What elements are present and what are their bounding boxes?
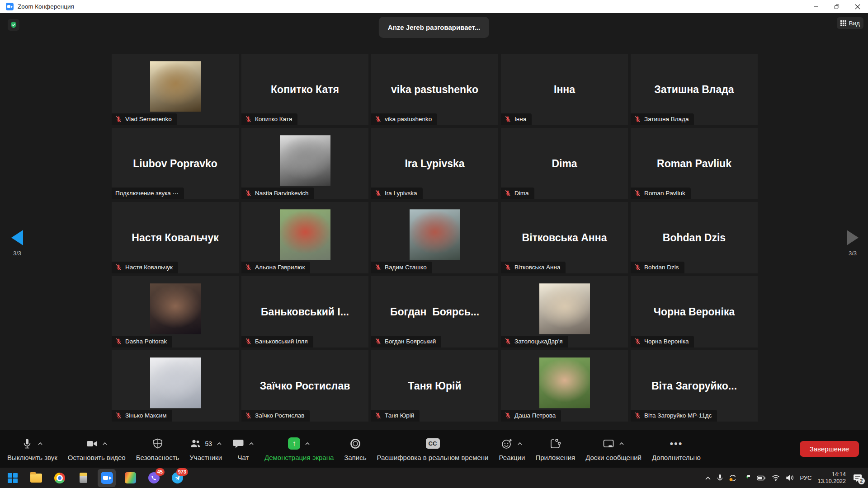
view-button[interactable]: Вид: [837, 17, 863, 29]
taskbar-clock[interactable]: 14:14 13.10.2022: [817, 471, 846, 485]
chevron-up-icon[interactable]: [38, 442, 43, 446]
maximize-restore-button[interactable]: [826, 0, 847, 13]
participant-tile[interactable]: Заїчко Ростислав Заїчко Ростислав: [241, 350, 368, 422]
record-button[interactable]: Запись: [344, 437, 366, 461]
participant-tile[interactable]: Віта Загоруйко... Віта Загоруйко МР-11дс: [631, 350, 758, 422]
apps-icon: [549, 438, 561, 450]
outdoor-photo-red-top: [280, 209, 330, 260]
previous-page-control[interactable]: 3/3: [4, 230, 31, 257]
participant-tile[interactable]: Roman Pavliuk Roman Pavliuk: [631, 128, 758, 199]
participant-tile[interactable]: Альона Гаврилюк: [241, 202, 368, 273]
file-explorer-taskbar-icon[interactable]: [27, 469, 45, 487]
mic-muted-icon: [245, 190, 252, 197]
notification-count-badge: 2: [858, 478, 865, 484]
apps-button[interactable]: Приложения: [535, 437, 575, 461]
participant-tile[interactable]: Dima Dima: [501, 128, 628, 199]
participant-tile[interactable]: ЗатолоцькаДар'я: [501, 276, 628, 347]
participant-tile[interactable]: Liubov Popravko Подключение звука ···: [112, 128, 239, 199]
chat-button[interactable]: Чат: [232, 437, 254, 461]
reactions-button[interactable]: Реакции: [499, 437, 525, 461]
participant-name-tag: Nastia Barvinkevich: [241, 188, 314, 199]
participant-tile[interactable]: Vlad Semenenko: [112, 54, 239, 125]
app-taskbar-icon-glass[interactable]: [74, 469, 92, 487]
participant-name-tag: Віта Загоруйко МР-11дс: [631, 410, 717, 422]
participant-tile[interactable]: Ira Lypivska Ira Lypivska: [371, 128, 498, 199]
chevron-up-icon[interactable]: [102, 442, 108, 446]
tray-battery-icon[interactable]: [757, 475, 766, 481]
tray-chevron-up-icon[interactable]: [705, 476, 711, 480]
cartoon-illustration: [539, 283, 590, 334]
participant-tile[interactable]: Баньковський І... Баньковський Ілля: [241, 276, 368, 347]
participant-tile[interactable]: Dasha Poltorak: [112, 276, 239, 347]
more-icon: •••: [670, 438, 683, 450]
tray-sync-icon[interactable]: [729, 474, 737, 482]
participant-name-tag: Інна: [501, 113, 532, 125]
participant-name-tag: Vlad Semenenko: [112, 113, 177, 125]
next-page-arrow-icon[interactable]: [847, 230, 859, 245]
cc-icon: CC: [426, 438, 440, 449]
reactions-icon: [501, 438, 513, 450]
camera-icon: [86, 438, 98, 450]
mic-muted-icon: [505, 116, 511, 122]
live-transcript-button[interactable]: CC Расшифровка в реальном времени: [377, 437, 489, 461]
chevron-up-icon[interactable]: [249, 442, 254, 446]
participant-tile[interactable]: Даша Петрова: [501, 350, 628, 422]
chevron-up-icon[interactable]: [217, 442, 222, 446]
telegram-taskbar-icon[interactable]: 973: [168, 469, 186, 487]
mic-muted-icon: [115, 412, 122, 419]
security-button[interactable]: Безопасность: [136, 437, 179, 461]
participant-name-tag-text: Копитко Катя: [255, 116, 292, 122]
participants-icon: [189, 438, 201, 450]
colorful-app-icon: [125, 472, 136, 483]
chrome-taskbar-icon[interactable]: [51, 469, 69, 487]
start-button[interactable]: [4, 469, 22, 487]
minimize-button[interactable]: [806, 0, 826, 13]
mute-button[interactable]: Выключить звук: [7, 437, 57, 461]
share-screen-button[interactable]: ↑ Демонстрация экрана: [264, 437, 334, 461]
stop-video-button[interactable]: Остановить видео: [68, 437, 126, 461]
participant-tile[interactable]: Зінько Максим: [112, 350, 239, 422]
meeting-info-shield-button[interactable]: [8, 19, 19, 31]
close-button[interactable]: [847, 0, 868, 13]
end-meeting-button[interactable]: Завершение: [800, 441, 859, 457]
language-indicator[interactable]: РУС: [800, 474, 811, 481]
notification-center-button[interactable]: 2: [852, 472, 863, 484]
outdoor-street-photo: [410, 209, 460, 260]
night-portrait-photo: [150, 283, 201, 334]
participant-tile[interactable]: Вадим Сташко: [371, 202, 498, 273]
participant-tile[interactable]: Богдан Боярсь... Богдан Боярський: [371, 276, 498, 347]
participant-tile[interactable]: Bohdan Dzis Bohdan Dzis: [631, 202, 758, 273]
chat-icon: [232, 438, 244, 450]
participant-tile[interactable]: Nastia Barvinkevich: [241, 128, 368, 199]
zoom-taskbar-icon[interactable]: [98, 469, 116, 487]
tray-mic-icon[interactable]: [717, 474, 723, 482]
chevron-up-icon[interactable]: [305, 442, 310, 446]
mic-muted-icon: [245, 338, 252, 345]
participant-tile[interactable]: Чорна Вероніка Чорна Вероніка: [631, 276, 758, 347]
tray-usb-eject-icon[interactable]: [743, 474, 751, 482]
participant-tile[interactable]: Вітковська Анна Вітковська Анна: [501, 202, 628, 273]
whiteboards-button[interactable]: Доски сообщений: [585, 437, 642, 461]
zoom-camera-icon: [101, 472, 113, 484]
participant-tile[interactable]: Копитко Катя Копитко Катя: [241, 54, 368, 125]
viber-taskbar-icon[interactable]: 45: [145, 469, 163, 487]
more-button[interactable]: ••• Дополнительно: [652, 437, 701, 461]
participant-tile[interactable]: Затишна Влада Затишна Влада: [631, 54, 758, 125]
participant-name-tag-text: Подключение звука ···: [115, 190, 179, 197]
participant-tile[interactable]: Настя Ковальчук Настя Ковальчук: [112, 202, 239, 273]
chevron-up-icon[interactable]: [619, 442, 624, 446]
previous-page-arrow-icon[interactable]: [11, 230, 23, 245]
chevron-up-icon[interactable]: [517, 442, 523, 446]
participant-tile[interactable]: Інна Інна: [501, 54, 628, 125]
tray-wifi-icon[interactable]: [772, 475, 780, 481]
record-icon: [349, 438, 361, 450]
viber-unread-badge: 45: [156, 468, 165, 476]
participant-tile[interactable]: Таня Юрій Таня Юрій: [371, 350, 498, 422]
grayscale-mirror-selfie: [280, 135, 330, 186]
app-taskbar-icon-colorful[interactable]: [121, 469, 139, 487]
participants-button[interactable]: 53 Участники: [189, 437, 222, 461]
participant-tile[interactable]: vika pastushenko vika pastushenko: [371, 54, 498, 125]
next-page-control[interactable]: 3/3: [839, 230, 866, 257]
share-screen-icon: ↑: [288, 437, 300, 450]
tray-volume-icon[interactable]: [786, 474, 794, 481]
